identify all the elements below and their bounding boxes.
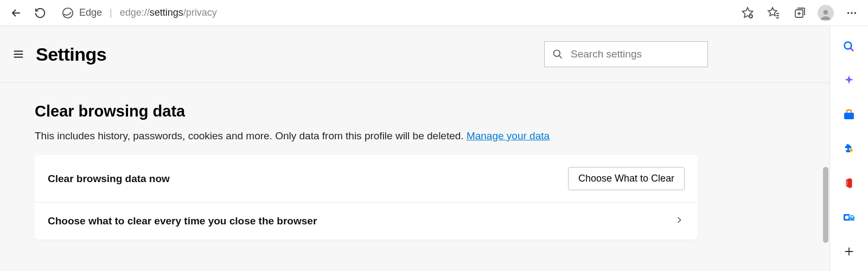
star-plus-icon: [741, 7, 754, 20]
edge-sidebar: [830, 26, 868, 271]
clear-on-close-row[interactable]: Choose what to clear every time you clos…: [35, 203, 698, 240]
plus-icon: [843, 246, 855, 257]
sidebar-copilot[interactable]: [839, 71, 859, 90]
chevron-right-icon: [674, 215, 685, 225]
manage-your-data-link[interactable]: Manage your data: [467, 130, 550, 141]
refresh-icon: [34, 7, 46, 19]
section-description: This includes history, passwords, cookie…: [35, 130, 795, 142]
address-separator: |: [110, 7, 112, 18]
address-url: edge://settings/privacy: [120, 7, 217, 18]
svg-rect-9: [844, 113, 854, 119]
clear-data-card: Clear browsing data now Choose What to C…: [35, 155, 698, 240]
profile-button[interactable]: [816, 3, 835, 23]
add-favorite-button[interactable]: [738, 3, 757, 23]
settings-page: Settings Clear browsing data This includ…: [0, 26, 830, 271]
sidebar-outlook[interactable]: [839, 208, 859, 227]
sidebar-search[interactable]: [839, 37, 859, 56]
star-list-icon: [767, 7, 780, 20]
clear-browsing-data-section: Clear browsing data This includes histor…: [0, 83, 829, 240]
origin-label: Edge: [79, 7, 102, 18]
clear-now-row: Clear browsing data now Choose What to C…: [35, 155, 698, 203]
avatar-icon: [818, 5, 834, 21]
svg-point-12: [845, 216, 849, 220]
search-settings[interactable]: [544, 41, 708, 67]
svg-point-5: [851, 12, 852, 14]
sidebar-add[interactable]: [839, 242, 859, 261]
collections-button[interactable]: [790, 3, 809, 23]
svg-point-10: [850, 149, 853, 152]
search-icon: [843, 40, 856, 53]
svg-point-6: [854, 12, 856, 14]
page-title: Settings: [36, 44, 106, 65]
browser-toolbar: Edge | edge://settings/privacy: [0, 0, 868, 26]
svg-point-4: [847, 12, 849, 14]
sparkle-icon: [843, 74, 856, 87]
settings-header: Settings: [0, 26, 829, 83]
menu-button[interactable]: [12, 48, 25, 61]
search-icon: [552, 49, 563, 60]
choose-what-to-clear-button[interactable]: Choose What to Clear: [568, 167, 685, 190]
briefcase-icon: [843, 108, 856, 121]
outlook-icon: [843, 211, 856, 224]
more-button[interactable]: [842, 3, 861, 23]
svg-point-3: [824, 10, 828, 15]
chess-piece-icon: [843, 143, 856, 156]
toolbar-actions: [738, 3, 861, 23]
clear-now-label: Clear browsing data now: [48, 173, 170, 185]
section-title: Clear browsing data: [35, 102, 795, 120]
hamburger-icon: [12, 48, 24, 60]
scrollbar-thumb[interactable]: [823, 167, 828, 243]
edge-logo-icon: [62, 7, 74, 19]
sidebar-office[interactable]: [839, 174, 859, 193]
svg-point-0: [63, 8, 73, 17]
sidebar-tools[interactable]: [839, 105, 859, 124]
svg-point-7: [554, 50, 560, 57]
ellipsis-icon: [846, 7, 858, 19]
arrow-left-icon: [10, 7, 23, 20]
favorites-button[interactable]: [764, 3, 783, 23]
collections-icon: [793, 7, 806, 20]
address-bar[interactable]: Edge | edge://settings/privacy: [54, 3, 733, 23]
office-icon: [843, 177, 855, 189]
back-button[interactable]: [7, 3, 26, 23]
clear-on-close-label: Choose what to clear every time you clos…: [48, 215, 317, 227]
refresh-button[interactable]: [30, 3, 50, 23]
search-input[interactable]: [571, 48, 700, 60]
sidebar-games[interactable]: [839, 139, 859, 158]
svg-point-8: [845, 42, 852, 49]
